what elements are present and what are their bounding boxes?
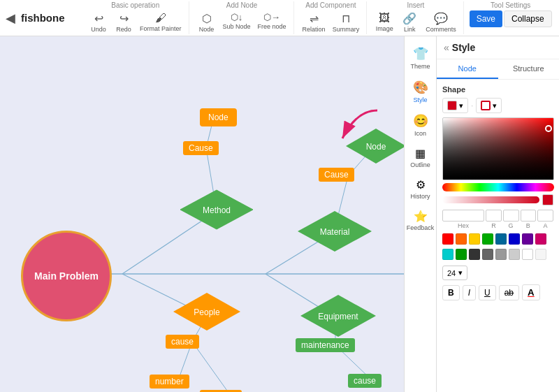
bold-button[interactable]: B xyxy=(442,285,460,300)
a-input[interactable]: 0.56 xyxy=(537,210,553,222)
cause1-node[interactable]: Cause xyxy=(183,141,219,155)
image-label: Image xyxy=(376,25,393,32)
style-icon-btn[interactable]: 🎨 Style xyxy=(406,75,435,108)
cause2-label: Cause xyxy=(324,170,349,180)
node-icon: ⬡ xyxy=(202,12,212,25)
undo-button[interactable]: ↩Undo xyxy=(87,10,110,34)
main-area: Main Problem Node Cause Method Node Caus… xyxy=(0,36,559,392)
a-field: 0.56 A xyxy=(537,210,553,229)
node1[interactable]: Node xyxy=(200,108,237,126)
alpha-slider[interactable] xyxy=(442,196,539,203)
swatch-lightgray[interactable] xyxy=(509,249,520,260)
outline-icon-btn[interactable]: ▦ Outline xyxy=(406,143,435,173)
feedback-icon-btn[interactable]: ⭐ Feedback xyxy=(406,205,435,235)
free-node-button[interactable]: ⬡→Free node xyxy=(255,10,289,34)
summary-button[interactable]: ⊓Summary xyxy=(330,10,363,34)
g-field: 2 G xyxy=(503,210,519,229)
group-label-basic: Basic operation xyxy=(111,1,159,9)
hex-input[interactable]: D0021B8F xyxy=(442,210,484,222)
maintenance-node[interactable]: maintenance xyxy=(296,338,355,352)
style-section: Shape ▾ · ▾ xyxy=(437,80,559,306)
collapse-button[interactable]: Collapse xyxy=(504,10,552,27)
theme-icon-btn[interactable]: 👕 Theme xyxy=(406,42,435,74)
color-preview xyxy=(542,194,553,205)
a-label: A xyxy=(544,222,548,229)
tab-structure[interactable]: Structure xyxy=(498,59,560,79)
summary-icon: ⊓ xyxy=(342,12,350,25)
equipment-node[interactable]: Equipment xyxy=(299,293,377,338)
swatch-green[interactable] xyxy=(482,233,493,245)
color-picker[interactable] xyxy=(442,117,553,205)
summary-label: Summary xyxy=(333,26,360,33)
icon-label: Icon xyxy=(414,130,426,137)
swatch-white[interactable] xyxy=(522,249,533,260)
swatch-darkgray[interactable] xyxy=(469,249,480,260)
node2[interactable]: Node xyxy=(344,127,404,165)
swatch-purple[interactable] xyxy=(522,233,533,245)
comments-label: Comments xyxy=(426,26,456,33)
toolbar-groups: Basic operation ↩Undo ↪Redo 🖌Format Pain… xyxy=(82,1,556,34)
swatch-orange[interactable] xyxy=(456,233,467,245)
italic-button[interactable]: I xyxy=(463,285,476,300)
main-problem-label: Main Problem xyxy=(34,270,99,282)
canvas[interactable]: Main Problem Node Cause Method Node Caus… xyxy=(0,36,404,392)
relation-button[interactable]: ⇌Relation xyxy=(300,10,328,34)
sub-node-label: Sub Node xyxy=(223,23,251,30)
r-input[interactable]: 208 xyxy=(486,210,502,222)
group-insert-buttons: 🖼Image 🔗Link 💬Comments xyxy=(372,10,459,34)
image-icon: 🖼 xyxy=(379,12,390,24)
font-color-button[interactable]: A xyxy=(522,284,540,300)
back-button[interactable]: ◀ xyxy=(6,10,15,26)
swatch-red[interactable] xyxy=(442,233,453,245)
people-node[interactable]: People xyxy=(172,291,242,332)
format-painter-icon: 🖌 xyxy=(155,12,166,24)
hue-slider[interactable] xyxy=(442,183,554,191)
swatch-darkgreen[interactable] xyxy=(456,249,467,260)
node-button[interactable]: ⬡Node xyxy=(195,10,219,34)
comments-button[interactable]: 💬Comments xyxy=(423,10,459,34)
format-painter-button[interactable]: 🖌Format Painter xyxy=(137,10,184,34)
swatch-cyan[interactable] xyxy=(442,249,453,260)
color-swatches xyxy=(442,233,553,245)
font-size-row: 24 ▾ xyxy=(442,266,553,280)
link-button[interactable]: 🔗Link xyxy=(398,10,421,34)
image-button[interactable]: 🖼Image xyxy=(372,10,396,34)
theme-label: Theme xyxy=(410,63,430,70)
font-size-dropdown[interactable]: 24 ▾ xyxy=(442,266,467,280)
color-gradient-canvas[interactable] xyxy=(442,117,554,180)
swatch-yellow[interactable] xyxy=(469,233,480,245)
cause4-node[interactable]: cause xyxy=(348,374,382,388)
sub-node-button[interactable]: ⬡↓Sub Node xyxy=(220,10,254,34)
swatch-nearwhite[interactable] xyxy=(535,249,546,260)
panel-tabs: Node Structure xyxy=(437,59,559,80)
border-color-button[interactable]: ▾ xyxy=(476,98,502,113)
material-node[interactable]: Material xyxy=(296,210,373,253)
cause3-node[interactable]: cause xyxy=(166,335,199,349)
group-basic-operation: Basic operation ↩Undo ↪Redo 🖌Format Pain… xyxy=(82,1,189,34)
relation-icon: ⇌ xyxy=(310,12,319,25)
swatch-blue[interactable] xyxy=(509,233,520,245)
underline-button[interactable]: U xyxy=(479,285,496,300)
cause2-node[interactable]: Cause xyxy=(319,168,354,182)
icon-icon-btn[interactable]: 😊 Icon xyxy=(406,109,435,141)
swatch-pink[interactable] xyxy=(535,233,546,245)
svg-text:Method: Method xyxy=(203,205,231,215)
fill-color-button[interactable]: ▾ xyxy=(442,98,468,113)
style-label: Style xyxy=(413,96,427,103)
main-problem-node[interactable]: Main Problem xyxy=(21,231,112,321)
b-input[interactable]: 27 xyxy=(521,210,537,222)
sub-node-icon: ⬡↓ xyxy=(231,12,243,22)
panel-expand-button[interactable]: « xyxy=(444,42,449,53)
g-input[interactable]: 2 xyxy=(503,210,519,222)
fill-dropdown-icon: ▾ xyxy=(459,101,463,110)
method-node[interactable]: Method xyxy=(179,189,254,231)
tab-node[interactable]: Node xyxy=(437,59,498,79)
redo-button[interactable]: ↪Redo xyxy=(112,10,136,34)
history-icon-btn[interactable]: ⚙ History xyxy=(406,174,435,204)
strikethrough-button[interactable]: ab xyxy=(499,285,519,300)
save-button[interactable]: Save xyxy=(470,10,502,27)
swatch-teal[interactable] xyxy=(495,233,507,245)
number-node[interactable]: number xyxy=(150,375,189,389)
swatch-midgray[interactable] xyxy=(495,249,507,260)
swatch-gray[interactable] xyxy=(482,249,493,260)
